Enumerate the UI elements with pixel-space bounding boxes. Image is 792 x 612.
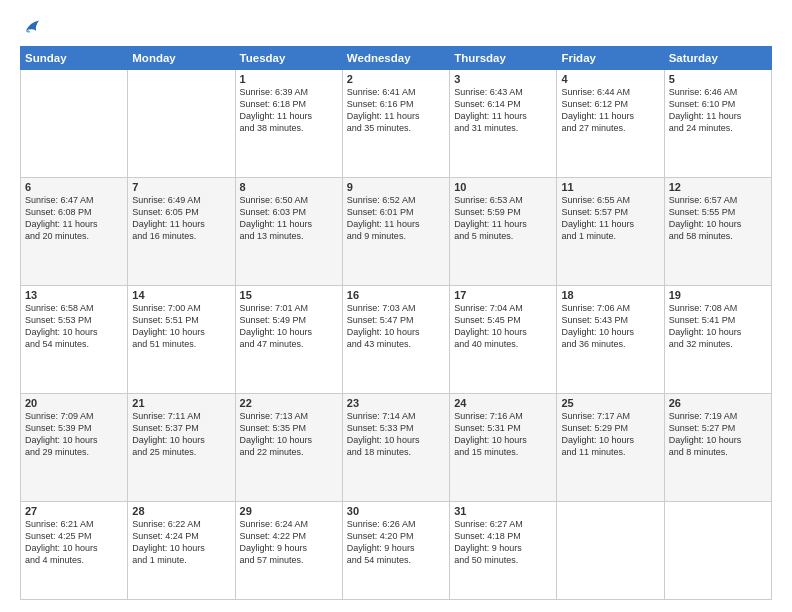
day-info: Sunrise: 6:55 AM Sunset: 5:57 PM Dayligh… [561,194,659,243]
day-number: 5 [669,73,767,85]
calendar-day-cell [557,501,664,599]
day-number: 18 [561,289,659,301]
header [20,16,772,38]
day-number: 28 [132,505,230,517]
calendar-day-cell: 25Sunrise: 7:17 AM Sunset: 5:29 PM Dayli… [557,393,664,501]
day-info: Sunrise: 6:22 AM Sunset: 4:24 PM Dayligh… [132,518,230,567]
day-number: 20 [25,397,123,409]
calendar-day-cell [664,501,771,599]
calendar-header-cell: Saturday [664,47,771,70]
day-info: Sunrise: 6:52 AM Sunset: 6:01 PM Dayligh… [347,194,445,243]
calendar-day-cell: 22Sunrise: 7:13 AM Sunset: 5:35 PM Dayli… [235,393,342,501]
day-info: Sunrise: 6:47 AM Sunset: 6:08 PM Dayligh… [25,194,123,243]
calendar-day-cell: 7Sunrise: 6:49 AM Sunset: 6:05 PM Daylig… [128,177,235,285]
calendar-day-cell: 18Sunrise: 7:06 AM Sunset: 5:43 PM Dayli… [557,285,664,393]
day-number: 3 [454,73,552,85]
calendar-day-cell [128,70,235,178]
day-number: 26 [669,397,767,409]
calendar-day-cell: 9Sunrise: 6:52 AM Sunset: 6:01 PM Daylig… [342,177,449,285]
calendar-day-cell: 4Sunrise: 6:44 AM Sunset: 6:12 PM Daylig… [557,70,664,178]
day-info: Sunrise: 6:58 AM Sunset: 5:53 PM Dayligh… [25,302,123,351]
day-number: 2 [347,73,445,85]
calendar-header-cell: Friday [557,47,664,70]
calendar-day-cell: 5Sunrise: 6:46 AM Sunset: 6:10 PM Daylig… [664,70,771,178]
day-number: 30 [347,505,445,517]
calendar-header-cell: Sunday [21,47,128,70]
day-info: Sunrise: 7:09 AM Sunset: 5:39 PM Dayligh… [25,410,123,459]
day-info: Sunrise: 7:03 AM Sunset: 5:47 PM Dayligh… [347,302,445,351]
calendar-day-cell: 28Sunrise: 6:22 AM Sunset: 4:24 PM Dayli… [128,501,235,599]
calendar-day-cell: 1Sunrise: 6:39 AM Sunset: 6:18 PM Daylig… [235,70,342,178]
calendar-day-cell: 17Sunrise: 7:04 AM Sunset: 5:45 PM Dayli… [450,285,557,393]
calendar-week-row: 20Sunrise: 7:09 AM Sunset: 5:39 PM Dayli… [21,393,772,501]
calendar-header-row: SundayMondayTuesdayWednesdayThursdayFrid… [21,47,772,70]
calendar-day-cell: 21Sunrise: 7:11 AM Sunset: 5:37 PM Dayli… [128,393,235,501]
day-info: Sunrise: 6:24 AM Sunset: 4:22 PM Dayligh… [240,518,338,567]
day-number: 19 [669,289,767,301]
day-info: Sunrise: 7:11 AM Sunset: 5:37 PM Dayligh… [132,410,230,459]
logo [20,16,46,38]
day-number: 27 [25,505,123,517]
day-number: 25 [561,397,659,409]
calendar-day-cell: 3Sunrise: 6:43 AM Sunset: 6:14 PM Daylig… [450,70,557,178]
day-info: Sunrise: 6:43 AM Sunset: 6:14 PM Dayligh… [454,86,552,135]
day-number: 10 [454,181,552,193]
calendar-day-cell: 30Sunrise: 6:26 AM Sunset: 4:20 PM Dayli… [342,501,449,599]
day-info: Sunrise: 7:04 AM Sunset: 5:45 PM Dayligh… [454,302,552,351]
day-number: 12 [669,181,767,193]
day-info: Sunrise: 7:13 AM Sunset: 5:35 PM Dayligh… [240,410,338,459]
calendar-day-cell: 12Sunrise: 6:57 AM Sunset: 5:55 PM Dayli… [664,177,771,285]
calendar-week-row: 13Sunrise: 6:58 AM Sunset: 5:53 PM Dayli… [21,285,772,393]
day-info: Sunrise: 6:21 AM Sunset: 4:25 PM Dayligh… [25,518,123,567]
day-info: Sunrise: 6:53 AM Sunset: 5:59 PM Dayligh… [454,194,552,243]
day-info: Sunrise: 6:44 AM Sunset: 6:12 PM Dayligh… [561,86,659,135]
day-number: 24 [454,397,552,409]
calendar-header-cell: Monday [128,47,235,70]
calendar-day-cell: 23Sunrise: 7:14 AM Sunset: 5:33 PM Dayli… [342,393,449,501]
day-number: 7 [132,181,230,193]
day-info: Sunrise: 6:57 AM Sunset: 5:55 PM Dayligh… [669,194,767,243]
calendar-day-cell: 29Sunrise: 6:24 AM Sunset: 4:22 PM Dayli… [235,501,342,599]
day-info: Sunrise: 7:08 AM Sunset: 5:41 PM Dayligh… [669,302,767,351]
calendar-day-cell: 16Sunrise: 7:03 AM Sunset: 5:47 PM Dayli… [342,285,449,393]
calendar-day-cell: 24Sunrise: 7:16 AM Sunset: 5:31 PM Dayli… [450,393,557,501]
calendar-day-cell [21,70,128,178]
day-info: Sunrise: 7:14 AM Sunset: 5:33 PM Dayligh… [347,410,445,459]
calendar-week-row: 1Sunrise: 6:39 AM Sunset: 6:18 PM Daylig… [21,70,772,178]
calendar-day-cell: 27Sunrise: 6:21 AM Sunset: 4:25 PM Dayli… [21,501,128,599]
calendar-day-cell: 20Sunrise: 7:09 AM Sunset: 5:39 PM Dayli… [21,393,128,501]
day-number: 29 [240,505,338,517]
calendar-day-cell: 2Sunrise: 6:41 AM Sunset: 6:16 PM Daylig… [342,70,449,178]
calendar-header-cell: Wednesday [342,47,449,70]
calendar-day-cell: 31Sunrise: 6:27 AM Sunset: 4:18 PM Dayli… [450,501,557,599]
day-info: Sunrise: 7:06 AM Sunset: 5:43 PM Dayligh… [561,302,659,351]
calendar-day-cell: 8Sunrise: 6:50 AM Sunset: 6:03 PM Daylig… [235,177,342,285]
calendar-day-cell: 26Sunrise: 7:19 AM Sunset: 5:27 PM Dayli… [664,393,771,501]
day-number: 9 [347,181,445,193]
calendar-week-row: 27Sunrise: 6:21 AM Sunset: 4:25 PM Dayli… [21,501,772,599]
day-number: 11 [561,181,659,193]
day-number: 16 [347,289,445,301]
day-info: Sunrise: 7:00 AM Sunset: 5:51 PM Dayligh… [132,302,230,351]
calendar-day-cell: 10Sunrise: 6:53 AM Sunset: 5:59 PM Dayli… [450,177,557,285]
calendar-day-cell: 15Sunrise: 7:01 AM Sunset: 5:49 PM Dayli… [235,285,342,393]
day-info: Sunrise: 7:19 AM Sunset: 5:27 PM Dayligh… [669,410,767,459]
logo-icon [20,16,42,38]
day-info: Sunrise: 6:39 AM Sunset: 6:18 PM Dayligh… [240,86,338,135]
day-number: 17 [454,289,552,301]
day-info: Sunrise: 7:17 AM Sunset: 5:29 PM Dayligh… [561,410,659,459]
day-number: 22 [240,397,338,409]
day-number: 23 [347,397,445,409]
day-number: 8 [240,181,338,193]
calendar-day-cell: 11Sunrise: 6:55 AM Sunset: 5:57 PM Dayli… [557,177,664,285]
day-number: 14 [132,289,230,301]
calendar-week-row: 6Sunrise: 6:47 AM Sunset: 6:08 PM Daylig… [21,177,772,285]
day-info: Sunrise: 6:27 AM Sunset: 4:18 PM Dayligh… [454,518,552,567]
day-number: 31 [454,505,552,517]
day-number: 21 [132,397,230,409]
calendar-header-cell: Tuesday [235,47,342,70]
day-info: Sunrise: 6:50 AM Sunset: 6:03 PM Dayligh… [240,194,338,243]
day-info: Sunrise: 6:26 AM Sunset: 4:20 PM Dayligh… [347,518,445,567]
day-info: Sunrise: 6:41 AM Sunset: 6:16 PM Dayligh… [347,86,445,135]
day-info: Sunrise: 7:16 AM Sunset: 5:31 PM Dayligh… [454,410,552,459]
